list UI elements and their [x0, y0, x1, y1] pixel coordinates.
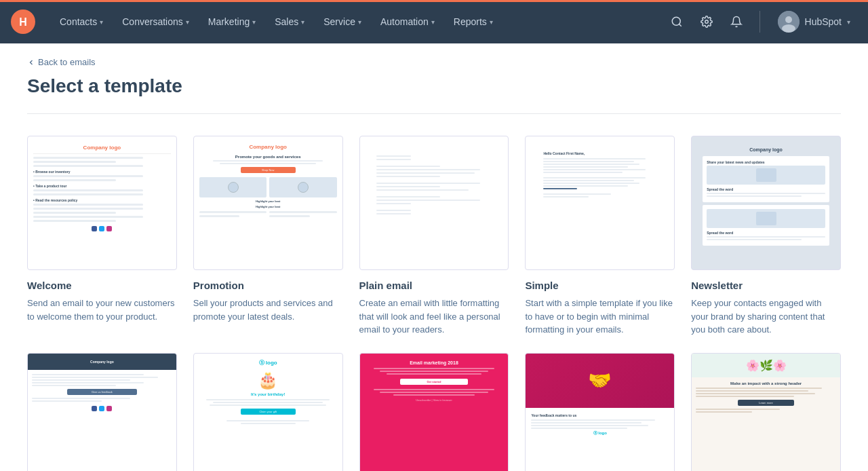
- template-card-birthday[interactable]: ⓢ logo 🎂 It's your birthday! Claim your …: [193, 353, 343, 472]
- template-name: Newsletter: [691, 280, 841, 291]
- template-grid-row2: Company logo Give us feedback: [27, 353, 841, 472]
- template-description: Sell your products and services and prom…: [193, 297, 343, 323]
- template-card-plain-email[interactable]: Plain email Create an email with little …: [359, 136, 509, 337]
- sidebar-item-reports[interactable]: Reports ▾: [446, 11, 501, 33]
- nav-label: Marketing: [208, 16, 250, 27]
- section-divider: [27, 113, 841, 114]
- template-preview-marketing: Email marketing 2018 Get started Unsubsc…: [359, 353, 509, 472]
- template-name: Promotion: [193, 280, 343, 291]
- sidebar-item-service[interactable]: Service ▾: [315, 11, 370, 33]
- nav-label: Conversations: [122, 16, 183, 27]
- template-description: Keep your contacts engaged with your bra…: [691, 297, 841, 337]
- template-preview-plain: [359, 136, 509, 270]
- navbar: H Contacts ▾ Conversations ▾ Marketing ▾…: [0, 0, 868, 43]
- main-content: Back to emails Select a template Company…: [0, 43, 868, 471]
- template-card-floral[interactable]: 🌸🌿🌸 Make an impact with a strong header …: [691, 353, 841, 472]
- svg-point-7: [782, 24, 795, 33]
- sidebar-item-automation[interactable]: Automation ▾: [372, 11, 443, 33]
- page-title: Select a template: [27, 75, 841, 97]
- sidebar-item-marketing[interactable]: Marketing ▾: [200, 11, 264, 33]
- chevron-down-icon: ▾: [301, 18, 304, 26]
- back-to-emails-link[interactable]: Back to emails: [27, 57, 841, 67]
- chevron-down-icon: ▾: [358, 18, 361, 26]
- svg-point-2: [672, 17, 680, 25]
- template-name: Welcome: [27, 280, 177, 291]
- svg-point-6: [785, 16, 792, 23]
- template-grid: Company logo • Browse our inventory • Ta…: [27, 136, 841, 337]
- template-preview-floral: 🌸🌿🌸 Make an impact with a strong header …: [691, 353, 841, 472]
- svg-point-4: [705, 20, 708, 24]
- nav-divider: [760, 11, 760, 33]
- svg-line-3: [679, 24, 681, 26]
- svg-text:H: H: [19, 16, 27, 28]
- nav-label: Service: [323, 16, 355, 27]
- chevron-down-icon: ▾: [847, 18, 850, 26]
- template-card-promotion[interactable]: Company logo Promote your goods and serv…: [193, 136, 343, 337]
- template-name: Simple: [525, 280, 675, 291]
- sidebar-item-conversations[interactable]: Conversations ▾: [114, 11, 197, 33]
- template-preview-feedback-photo: 🤝 Your feedback matters to us ⓢ logo: [525, 353, 675, 472]
- nav-label: Contacts: [60, 16, 97, 27]
- chevron-down-icon: ▾: [252, 18, 256, 26]
- template-preview-birthday: ⓢ logo 🎂 It's your birthday! Claim your …: [193, 353, 343, 472]
- template-card-feedback[interactable]: Company logo Give us feedback: [27, 353, 177, 472]
- template-card-marketing-bold[interactable]: Email marketing 2018 Get started Unsubsc…: [359, 353, 509, 472]
- template-name: Plain email: [359, 280, 509, 291]
- hubspot-logo-icon[interactable]: H: [11, 10, 35, 34]
- template-description: Send an email to your new customers to w…: [27, 297, 177, 323]
- nav-label: Reports: [454, 16, 487, 27]
- template-preview-welcome: Company logo • Browse our inventory • Ta…: [27, 136, 177, 270]
- avatar: [778, 11, 800, 33]
- nav-right: HubSpot ▾: [665, 7, 857, 37]
- template-description: Start with a simple template if you like…: [525, 297, 675, 337]
- template-card-newsletter[interactable]: Company logo Share your latest news and …: [691, 136, 841, 337]
- sidebar-item-sales[interactable]: Sales ▾: [267, 11, 313, 33]
- settings-button[interactable]: [694, 10, 719, 34]
- sidebar-item-contacts[interactable]: Contacts ▾: [52, 11, 111, 33]
- nav-label: Automation: [380, 16, 429, 27]
- chevron-left-icon: [27, 58, 35, 67]
- search-button[interactable]: [665, 10, 689, 34]
- template-card-welcome[interactable]: Company logo • Browse our inventory • Ta…: [27, 136, 177, 337]
- chevron-down-icon: ▾: [186, 18, 189, 26]
- chevron-down-icon: ▾: [431, 18, 435, 26]
- back-link-text: Back to emails: [38, 57, 96, 67]
- nav-items: Contacts ▾ Conversations ▾ Marketing ▾ S…: [52, 11, 665, 33]
- user-label: HubSpot: [805, 16, 842, 27]
- template-preview-newsletter: Company logo Share your latest news and …: [691, 136, 841, 270]
- chevron-down-icon: ▾: [100, 18, 103, 26]
- template-card-simple[interactable]: Hello Contact First Name,: [525, 136, 675, 337]
- template-card-feedback-photo[interactable]: 🤝 Your feedback matters to us ⓢ logo: [525, 353, 675, 472]
- template-preview-simple: Hello Contact First Name,: [525, 136, 675, 270]
- user-menu-button[interactable]: HubSpot ▾: [771, 7, 857, 37]
- template-preview-feedback: Company logo Give us feedback: [27, 353, 177, 472]
- template-description: Create an email with little formatting t…: [359, 297, 509, 337]
- nav-label: Sales: [275, 16, 298, 27]
- notifications-button[interactable]: [724, 10, 749, 34]
- template-preview-promotion: Company logo Promote your goods and serv…: [193, 136, 343, 270]
- chevron-down-icon: ▾: [490, 18, 493, 26]
